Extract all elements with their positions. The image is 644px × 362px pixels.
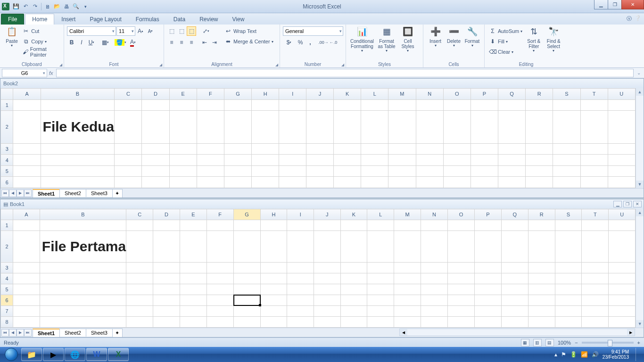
col-header-N[interactable]: N bbox=[421, 209, 448, 220]
sheet-nav-last[interactable]: ⏭ bbox=[24, 329, 32, 337]
cell-C5[interactable] bbox=[126, 284, 153, 295]
cell-L2[interactable] bbox=[361, 111, 388, 144]
col-header-D[interactable]: D bbox=[153, 209, 180, 220]
col-header-J[interactable]: J bbox=[314, 209, 340, 220]
cell-O6[interactable] bbox=[448, 295, 475, 306]
cell-I3[interactable] bbox=[287, 263, 314, 273]
cell-N6[interactable] bbox=[421, 295, 448, 306]
cell-S1[interactable] bbox=[555, 220, 582, 230]
col-header-K[interactable]: K bbox=[334, 89, 361, 100]
cell-M1[interactable] bbox=[388, 99, 416, 111]
cell-A7[interactable] bbox=[13, 306, 40, 317]
cell-L7[interactable] bbox=[367, 306, 394, 317]
cell-C6[interactable] bbox=[115, 177, 142, 188]
cell-O4[interactable] bbox=[448, 273, 475, 284]
cell-O6[interactable] bbox=[443, 177, 471, 188]
cell-O7[interactable] bbox=[448, 306, 475, 317]
increase-indent-button[interactable]: ⇥ bbox=[210, 38, 219, 47]
cell-M6[interactable] bbox=[394, 295, 421, 306]
cell-G1[interactable] bbox=[224, 99, 251, 111]
cell-D6[interactable] bbox=[142, 177, 169, 188]
child-close-button[interactable]: ✕ bbox=[633, 201, 642, 207]
col-header-T[interactable]: T bbox=[580, 89, 608, 100]
row-header-6[interactable]: 6 bbox=[1, 295, 13, 306]
qat-new-icon[interactable]: 🗎 bbox=[43, 2, 52, 11]
vertical-scrollbar[interactable]: ▲▼ bbox=[636, 209, 644, 328]
shrink-font-button[interactable]: A▾ bbox=[146, 26, 155, 36]
cell-N4[interactable] bbox=[416, 155, 443, 166]
cell-E3[interactable] bbox=[169, 143, 197, 155]
cell-S6[interactable] bbox=[555, 295, 582, 306]
tab-insert[interactable]: Insert bbox=[54, 14, 83, 25]
row-header-6[interactable]: 6 bbox=[1, 177, 13, 188]
cell-P1[interactable] bbox=[474, 220, 501, 230]
comma-button[interactable]: , bbox=[305, 38, 315, 47]
cell-Q2[interactable] bbox=[501, 230, 528, 263]
cell-U5[interactable] bbox=[609, 284, 636, 295]
cell-N7[interactable] bbox=[421, 306, 448, 317]
cell-K4[interactable] bbox=[340, 273, 367, 284]
orientation-button[interactable]: ⤢▾ bbox=[200, 26, 212, 36]
cell-L3[interactable] bbox=[367, 263, 394, 273]
cell-T5[interactable] bbox=[582, 284, 609, 295]
cell-Q4[interactable] bbox=[498, 155, 526, 166]
cell-B6[interactable] bbox=[40, 295, 126, 306]
col-header-R[interactable]: R bbox=[526, 89, 553, 100]
dialog-launcher-icon[interactable]: ◢ bbox=[59, 63, 62, 67]
cell-M4[interactable] bbox=[388, 155, 416, 166]
col-header-F[interactable]: F bbox=[197, 89, 224, 100]
cell-P1[interactable] bbox=[471, 99, 498, 111]
cell-F8[interactable] bbox=[206, 317, 233, 328]
cell-L6[interactable] bbox=[367, 295, 394, 306]
tray-volume-icon[interactable]: 🔊 bbox=[592, 351, 599, 358]
cell-I7[interactable] bbox=[287, 306, 314, 317]
cell-U1[interactable] bbox=[609, 220, 636, 230]
cell-D2[interactable] bbox=[153, 230, 180, 263]
cell-C4[interactable] bbox=[115, 155, 142, 166]
cell-K1[interactable] bbox=[334, 99, 361, 111]
cell-C6[interactable] bbox=[126, 295, 153, 306]
number-format-combo[interactable]: General bbox=[283, 26, 343, 36]
cell-I8[interactable] bbox=[287, 317, 314, 328]
sheet-nav-next[interactable]: ▶ bbox=[17, 189, 24, 197]
cell-T4[interactable] bbox=[582, 273, 609, 284]
fill-button[interactable]: ⬇Fill▾ bbox=[487, 37, 524, 46]
cell-J4[interactable] bbox=[306, 155, 334, 166]
cell-C2[interactable] bbox=[126, 230, 153, 263]
cell-Q1[interactable] bbox=[498, 99, 526, 111]
cell-A1[interactable] bbox=[13, 99, 41, 111]
cell-P3[interactable] bbox=[474, 263, 501, 273]
cell-D5[interactable] bbox=[153, 284, 180, 295]
sheet-tab-sheet2[interactable]: Sheet2 bbox=[59, 329, 86, 337]
cell-H5[interactable] bbox=[252, 165, 279, 177]
sheet-nav-first[interactable]: ⏮ bbox=[1, 329, 9, 337]
col-header-U[interactable]: U bbox=[608, 89, 635, 100]
cell-O1[interactable] bbox=[443, 99, 471, 111]
cell-Q8[interactable] bbox=[501, 317, 528, 328]
grow-font-button[interactable]: A▴ bbox=[136, 26, 145, 36]
conditional-formatting-button[interactable]: 📊ConditionalFormatting▾ bbox=[349, 25, 375, 54]
qat-save-icon[interactable]: 💾 bbox=[12, 2, 20, 11]
cell-H4[interactable] bbox=[252, 155, 279, 166]
cell-R3[interactable] bbox=[526, 143, 553, 155]
cell-K5[interactable] bbox=[340, 284, 367, 295]
sheet-nav-next[interactable]: ▶ bbox=[17, 329, 24, 337]
zoom-slider[interactable] bbox=[582, 342, 634, 344]
sheet-tab-sheet3[interactable]: Sheet3 bbox=[86, 329, 113, 337]
cell-A6[interactable] bbox=[13, 295, 40, 306]
cell-S2[interactable] bbox=[553, 111, 580, 144]
cell-R4[interactable] bbox=[526, 155, 553, 166]
cell-B1[interactable] bbox=[40, 220, 126, 230]
zoom-in-button[interactable]: + bbox=[637, 340, 640, 346]
workbook-title-bar[interactable]: Book2 bbox=[0, 79, 644, 88]
col-header-B[interactable]: B bbox=[41, 89, 115, 100]
cell-S8[interactable] bbox=[555, 317, 582, 328]
col-header-N[interactable]: N bbox=[416, 89, 443, 100]
format-cells-button[interactable]: 🔧Format▾ bbox=[463, 25, 481, 49]
cell-T2[interactable] bbox=[580, 111, 608, 144]
cell-J2[interactable] bbox=[314, 230, 340, 263]
cell-F2[interactable] bbox=[197, 111, 224, 144]
tray-clock[interactable]: 9:41 PM 23/Feb/2013 bbox=[603, 349, 629, 360]
col-header-I[interactable]: I bbox=[279, 89, 306, 100]
tray-chevron-icon[interactable]: ▴ bbox=[554, 351, 557, 358]
